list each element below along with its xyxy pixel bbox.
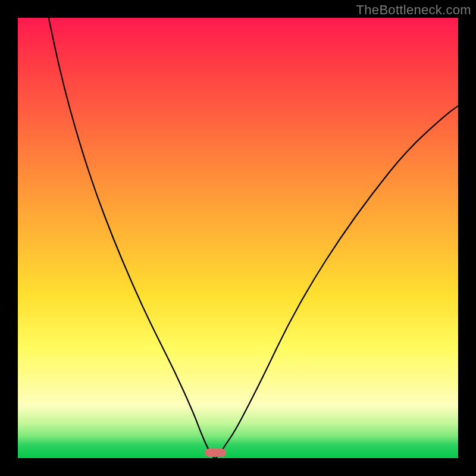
bottleneck-curve — [49, 18, 458, 458]
curve-svg — [18, 18, 458, 458]
chart-container: TheBottleneck.com — [0, 0, 476, 476]
watermark-text: TheBottleneck.com — [356, 2, 471, 18]
optimal-marker — [205, 449, 226, 457]
plot-area — [18, 18, 458, 458]
